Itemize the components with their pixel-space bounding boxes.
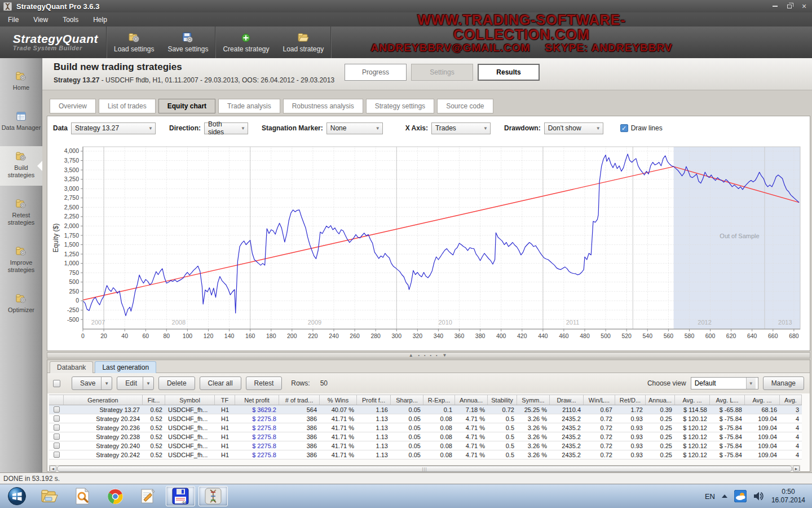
tab-overview[interactable]: Overview — [50, 99, 96, 113]
menu-file[interactable]: File — [8, 16, 19, 24]
drawdown-dropdown[interactable]: Don't show▼ — [544, 122, 603, 134]
table-row[interactable]: Strategy 20.2360.52USDCHF_fh...H1$ 2275.… — [49, 423, 802, 432]
tab-last-generation[interactable]: Last generation — [95, 361, 156, 373]
restore-button[interactable] — [785, 2, 794, 10]
splitter-down-icon[interactable]: ▼ — [442, 353, 448, 358]
column-header[interactable]: Avg. — [780, 395, 802, 405]
save-settings-button[interactable]: Save settings — [161, 27, 215, 58]
scrollbar-thumb[interactable]: ||| — [57, 466, 792, 472]
table-row[interactable]: Strategy 20.2420.52USDCHF_fh...H1$ 2275.… — [49, 450, 802, 459]
settings-button[interactable]: Settings — [411, 64, 473, 81]
taskbar-chrome[interactable] — [100, 486, 130, 506]
x-axis-dropdown[interactable]: Trades▼ — [431, 122, 491, 134]
create-strategy-button[interactable]: Create strategy — [216, 27, 276, 58]
load-settings-button[interactable]: Load settings — [107, 27, 161, 58]
progress-button[interactable]: Progress — [345, 64, 407, 81]
taskbar-explorer[interactable] — [35, 486, 64, 506]
sidebar-item-build-strategies[interactable]: Build strategies — [0, 146, 42, 186]
svg-text:80: 80 — [163, 332, 170, 339]
language-indicator[interactable]: EN — [705, 492, 715, 501]
tab-strategy-settings[interactable]: Strategy settings — [366, 99, 434, 113]
scroll-left-icon[interactable]: ◄ — [50, 466, 56, 472]
panel-splitter[interactable]: ▲ ▪ ▪ ▪ ▪ ▼ — [47, 352, 810, 358]
close-button[interactable]: × — [800, 2, 809, 10]
table-cell: 4 — [780, 450, 802, 459]
draw-lines-checkbox[interactable]: ✓ — [620, 124, 628, 132]
select-all-checkbox[interactable] — [53, 380, 60, 387]
show-hidden-icons-icon[interactable] — [722, 494, 727, 498]
volume-icon[interactable] — [753, 491, 765, 501]
stagnation-marker-dropdown[interactable]: None▼ — [326, 122, 383, 134]
row-checkbox[interactable] — [54, 443, 60, 449]
taskbar-search[interactable] — [68, 486, 97, 506]
sidebar-item-home[interactable]: Home — [0, 66, 42, 98]
sidebar-item-optimizer[interactable]: Optimizer — [0, 288, 42, 321]
delete-button[interactable]: Delete — [158, 376, 195, 390]
menu-tools[interactable]: Tools — [63, 16, 78, 24]
chevron-down-icon[interactable]: ▼ — [143, 377, 153, 389]
column-header[interactable]: Stability — [488, 395, 517, 405]
tab-databank[interactable]: Databank — [50, 361, 93, 373]
column-header[interactable]: Sharp... — [391, 395, 423, 405]
column-header[interactable]: Draw... — [550, 395, 584, 405]
tab-source-code[interactable]: Source code — [437, 99, 493, 113]
scroll-right-icon[interactable]: ► — [793, 466, 800, 472]
column-header[interactable]: Net profit — [235, 395, 279, 405]
taskbar-notepad[interactable] — [133, 486, 162, 506]
taskbar-clock[interactable]: 0:50 16.07.2014 — [771, 488, 805, 505]
load-strategy-button[interactable]: Load strategy — [276, 27, 330, 58]
sidebar-item-data-manager[interactable]: Data Manager — [0, 106, 42, 138]
column-header[interactable]: TF — [215, 395, 235, 405]
column-header[interactable]: Annua... — [455, 395, 488, 405]
column-header[interactable]: Avg. L... — [710, 395, 745, 405]
table-row[interactable]: Strategy 20.2380.52USDCHF_fh...H1$ 2275.… — [49, 432, 802, 441]
column-header[interactable]: R-Exp... — [423, 395, 455, 405]
column-header[interactable]: Symbol — [165, 395, 215, 405]
row-checkbox[interactable] — [54, 433, 60, 440]
tab-trade-analysis[interactable]: Trade analysis — [218, 99, 280, 113]
column-header[interactable]: # of trad... — [279, 395, 320, 405]
table-row[interactable]: Strategy 13.270.62USDCHF_fh...H1$ 3629.2… — [49, 405, 802, 414]
row-checkbox[interactable] — [54, 415, 60, 422]
edit-button[interactable]: Edit▼ — [117, 376, 154, 390]
data-dropdown[interactable]: Strategy 13.27▼ — [71, 122, 156, 134]
column-header[interactable]: % Wins — [320, 395, 357, 405]
table-row[interactable]: Strategy 20.2340.52USDCHF_fh...H1$ 2275.… — [49, 414, 802, 423]
minimize-button[interactable] — [770, 2, 779, 10]
column-header[interactable]: Win/L... — [584, 395, 615, 405]
column-header[interactable]: Avg. ... — [745, 395, 780, 405]
column-header[interactable]: Annua... — [646, 395, 675, 405]
splitter-up-icon[interactable]: ▲ — [409, 353, 415, 358]
column-header[interactable]: Fit... — [143, 395, 165, 405]
horizontal-scrollbar[interactable]: ◄ ||| ► — [49, 465, 800, 472]
clear-all-button[interactable]: Clear all — [200, 376, 241, 390]
view-dropdown[interactable]: Default▼ — [691, 377, 758, 389]
direction-dropdown[interactable]: Both sides▼ — [204, 122, 248, 134]
table-row[interactable]: Strategy 20.2400.52USDCHF_fh...H1$ 2275.… — [49, 441, 802, 450]
column-header[interactable]: Ret/D... — [615, 395, 646, 405]
column-header[interactable]: Profit f... — [357, 395, 391, 405]
row-checkbox[interactable] — [54, 406, 60, 413]
save-button[interactable]: Save▼ — [72, 376, 112, 390]
start-button[interactable] — [2, 486, 32, 506]
sidebar-item-improve-strategies[interactable]: Improve strategies — [0, 241, 42, 281]
sidebar-item-retest-strategies[interactable]: Retest strategies — [0, 194, 42, 233]
column-header[interactable]: Generation — [64, 395, 143, 405]
row-checkbox[interactable] — [54, 424, 60, 431]
cloud-tray-icon[interactable] — [734, 490, 747, 502]
row-checkbox[interactable] — [54, 452, 60, 458]
results-button[interactable]: Results — [478, 64, 540, 81]
column-header[interactable]: Symm... — [517, 395, 550, 405]
taskbar-floppy-active[interactable]: -64- — [166, 486, 195, 506]
tab-list-of-trades[interactable]: List of trades — [99, 99, 156, 113]
column-header[interactable]: Avg. ... — [675, 395, 710, 405]
manage-button[interactable]: Manage — [763, 376, 804, 390]
taskbar-strategyquant-active[interactable] — [198, 486, 228, 506]
chevron-down-icon[interactable]: ▼ — [101, 377, 112, 389]
tab-robustness-analysis[interactable]: Robustness analysis — [283, 99, 363, 113]
menu-view[interactable]: View — [33, 16, 48, 24]
tab-equity-chart[interactable]: Equity chart — [158, 99, 215, 113]
table-cell: 1.16 — [357, 405, 391, 414]
menu-help[interactable]: Help — [93, 16, 107, 24]
retest-button[interactable]: Retest — [246, 376, 283, 390]
